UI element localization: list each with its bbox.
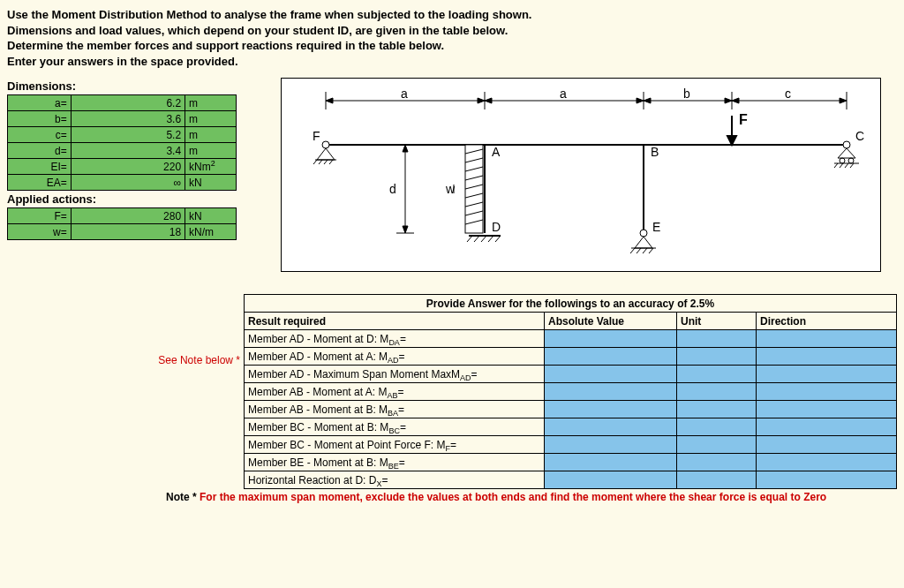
svg-marker-43 [635, 237, 652, 248]
svg-line-24 [319, 160, 322, 164]
svg-marker-9 [326, 98, 333, 103]
direction-input[interactable] [757, 454, 897, 471]
direction-input[interactable] [757, 471, 897, 489]
unit-input[interactable] [677, 454, 757, 471]
footnote: Note * For the maximum span moment, excl… [166, 491, 897, 503]
actions-heading: Applied actions: [7, 192, 254, 206]
unit-input[interactable] [677, 366, 757, 383]
intro-line: Enter your answers in the space provided… [7, 54, 897, 70]
node-b-label: B [651, 145, 659, 159]
svg-marker-61 [727, 136, 736, 145]
param-label: b= [8, 111, 72, 127]
node-c-label: C [855, 129, 864, 143]
svg-line-33 [840, 163, 843, 168]
unit-input[interactable] [677, 471, 757, 489]
param-value: 6.2 [71, 95, 185, 111]
force-f-label: F [739, 112, 748, 127]
dim-b-label: b [683, 87, 690, 101]
result-required-cell: Member BE - Moment at B: MBE= [245, 454, 545, 471]
svg-line-45 [630, 248, 635, 253]
absolute-value-input[interactable] [545, 471, 677, 489]
result-required-cell: Horizontal Reaction at D: DX= [245, 471, 545, 489]
absolute-value-input[interactable] [545, 383, 677, 401]
absolute-value-input[interactable] [545, 454, 677, 471]
svg-rect-49 [465, 145, 483, 233]
dim-a-label: a [560, 87, 567, 101]
svg-marker-21 [317, 148, 335, 160]
answers-title: Provide Answer for the followings to an … [245, 295, 897, 313]
unit-input[interactable] [677, 383, 757, 401]
dim-c-label: c [785, 87, 791, 101]
param-unit: kN/m [185, 224, 237, 240]
absolute-value-input[interactable] [545, 418, 677, 436]
absolute-value-input[interactable] [545, 330, 677, 348]
table-row: Member AB - Moment at A: MAB= [245, 383, 897, 401]
col-unit: Unit [677, 313, 757, 330]
direction-input[interactable] [757, 401, 897, 418]
param-value: 3.6 [71, 111, 185, 127]
absolute-value-input[interactable] [545, 401, 677, 418]
param-value: 5.2 [71, 127, 185, 143]
param-unit: kNm2 [185, 159, 237, 175]
result-required-cell: Member AD - Maximum Span Moment MaxMAD= [245, 366, 545, 383]
unit-input[interactable] [677, 348, 757, 366]
svg-point-27 [843, 141, 850, 148]
svg-line-47 [643, 248, 647, 253]
svg-line-25 [324, 160, 328, 164]
absolute-value-input[interactable] [545, 366, 677, 383]
param-label: w= [8, 224, 72, 240]
intro-line: Use the Moment Distribution Method to an… [7, 7, 897, 23]
absolute-value-input[interactable] [545, 436, 677, 454]
svg-line-32 [834, 163, 838, 168]
svg-line-26 [329, 160, 333, 164]
direction-input[interactable] [757, 348, 897, 366]
dimensions-table: a=6.2m b=3.6m c=5.2m d=3.4m EI=220kNm2 E… [7, 94, 237, 191]
node-f-label: F [313, 129, 320, 143]
unit-input[interactable] [677, 436, 757, 454]
unit-input[interactable] [677, 418, 757, 436]
answers-table: Provide Answer for the followings to an … [244, 294, 897, 489]
svg-point-42 [640, 230, 647, 237]
svg-line-34 [845, 163, 848, 168]
table-row: b=3.6m [8, 111, 237, 127]
svg-point-29 [840, 158, 845, 163]
param-label: c= [8, 127, 72, 143]
param-unit: m [185, 127, 237, 143]
col-direction: Direction [757, 313, 897, 330]
param-label: F= [8, 208, 72, 224]
param-label: EI= [8, 159, 72, 175]
direction-input[interactable] [757, 383, 897, 401]
svg-point-20 [322, 141, 329, 148]
param-value: 280 [71, 208, 185, 224]
param-unit: m [185, 95, 237, 111]
svg-line-46 [637, 248, 641, 253]
table-row: Member AD - Moment at A: MAD= [245, 348, 897, 366]
problem-statement: Use the Moment Distribution Method to an… [7, 7, 897, 69]
table-row: Member AD - Moment at D: MDA= [245, 330, 897, 348]
direction-input[interactable] [757, 418, 897, 436]
result-required-cell: Member AB - Moment at B: MBA= [245, 401, 545, 418]
param-value: 3.4 [71, 143, 185, 159]
table-row: EA=∞kN [8, 175, 237, 191]
svg-line-39 [481, 236, 486, 242]
svg-line-37 [467, 236, 472, 242]
frame-diagram: a a b c F C A B [281, 78, 881, 272]
unit-input[interactable] [677, 401, 757, 418]
table-row: Member AB - Moment at B: MBA= [245, 401, 897, 418]
table-row: Member BC - Moment at B: MBC= [245, 418, 897, 436]
table-row: F=280kN [8, 208, 237, 224]
svg-marker-15 [732, 98, 739, 103]
svg-point-30 [848, 158, 854, 163]
svg-marker-65 [403, 145, 408, 152]
table-row: w=18kN/m [8, 224, 237, 240]
unit-input[interactable] [677, 330, 757, 348]
dimensions-heading: Dimensions: [7, 79, 254, 93]
direction-input[interactable] [757, 366, 897, 383]
direction-input[interactable] [757, 436, 897, 454]
absolute-value-input[interactable] [545, 348, 677, 366]
dim-a-label: a [401, 87, 408, 101]
direction-input[interactable] [757, 330, 897, 348]
result-required-cell: Member BC - Moment at B: MBC= [245, 418, 545, 436]
svg-line-41 [495, 236, 501, 242]
node-a-label: A [492, 145, 501, 159]
